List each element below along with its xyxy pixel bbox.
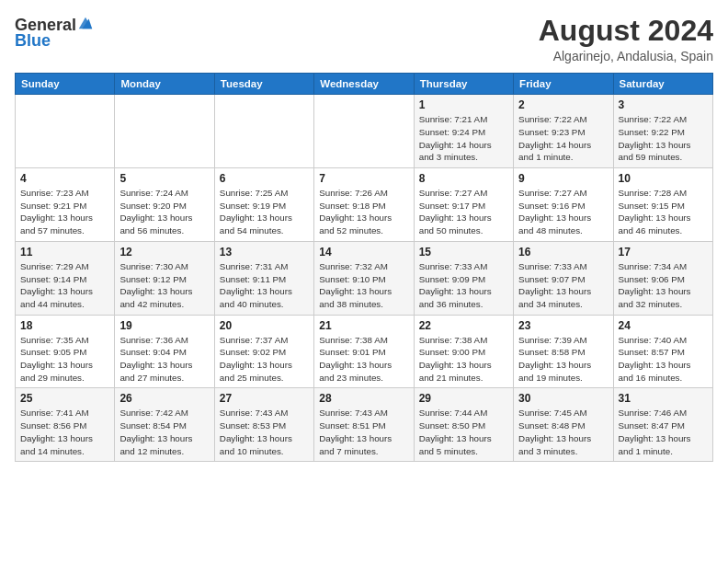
calendar-week-4: 18Sunrise: 7:35 AMSunset: 9:05 PMDayligh… bbox=[16, 315, 713, 388]
day-info: Sunrise: 7:43 AMSunset: 8:53 PMDaylight:… bbox=[220, 407, 309, 457]
page: General Blue August 2024 Algarinejo, And… bbox=[0, 0, 728, 563]
day-info: Sunrise: 7:43 AMSunset: 8:51 PMDaylight:… bbox=[319, 407, 408, 457]
calendar-cell: 3Sunrise: 7:22 AMSunset: 9:22 PMDaylight… bbox=[613, 95, 712, 168]
calendar-cell: 20Sunrise: 7:37 AMSunset: 9:02 PMDayligh… bbox=[214, 315, 313, 388]
day-info: Sunrise: 7:30 AMSunset: 9:12 PMDaylight:… bbox=[119, 260, 209, 311]
calendar-cell: 23Sunrise: 7:39 AMSunset: 8:58 PMDayligh… bbox=[514, 315, 613, 388]
weekday-header-sunday: Sunday bbox=[16, 74, 115, 95]
calendar-cell: 31Sunrise: 7:46 AMSunset: 8:47 PMDayligh… bbox=[613, 388, 712, 462]
day-info: Sunrise: 7:32 AMSunset: 9:10 PMDaylight:… bbox=[319, 260, 408, 311]
day-number: 14 bbox=[319, 246, 408, 259]
calendar-cell: 9Sunrise: 7:27 AMSunset: 9:16 PMDaylight… bbox=[514, 168, 613, 242]
day-number: 25 bbox=[20, 392, 109, 405]
day-number: 12 bbox=[119, 246, 209, 259]
calendar-cell: 4Sunrise: 7:23 AMSunset: 9:21 PMDaylight… bbox=[16, 168, 115, 242]
calendar-cell: 2Sunrise: 7:22 AMSunset: 9:23 PMDaylight… bbox=[514, 95, 613, 168]
calendar-cell: 8Sunrise: 7:27 AMSunset: 9:17 PMDaylight… bbox=[414, 168, 513, 242]
calendar-cell: 26Sunrise: 7:42 AMSunset: 8:54 PMDayligh… bbox=[115, 388, 214, 462]
calendar-cell: 14Sunrise: 7:32 AMSunset: 9:10 PMDayligh… bbox=[314, 241, 414, 315]
calendar-cell: 1Sunrise: 7:21 AMSunset: 9:24 PMDaylight… bbox=[414, 95, 513, 168]
weekday-header-monday: Monday bbox=[115, 74, 214, 95]
logo: General Blue bbox=[15, 15, 94, 51]
calendar-cell: 13Sunrise: 7:31 AMSunset: 9:11 PMDayligh… bbox=[214, 241, 313, 315]
calendar-cell: 28Sunrise: 7:43 AMSunset: 8:51 PMDayligh… bbox=[314, 388, 414, 462]
subtitle: Algarinejo, Andalusia, Spain bbox=[539, 49, 713, 63]
calendar-cell: 24Sunrise: 7:40 AMSunset: 8:57 PMDayligh… bbox=[613, 315, 712, 388]
day-number: 3 bbox=[619, 98, 708, 111]
calendar-table: SundayMondayTuesdayWednesdayThursdayFrid… bbox=[15, 73, 713, 462]
day-info: Sunrise: 7:22 AMSunset: 9:23 PMDaylight:… bbox=[518, 113, 608, 164]
title-block: August 2024 Algarinejo, Andalusia, Spain bbox=[539, 15, 713, 63]
calendar-cell: 27Sunrise: 7:43 AMSunset: 8:53 PMDayligh… bbox=[214, 388, 313, 462]
calendar-cell: 12Sunrise: 7:30 AMSunset: 9:12 PMDayligh… bbox=[115, 241, 214, 315]
calendar-cell: 22Sunrise: 7:38 AMSunset: 9:00 PMDayligh… bbox=[414, 315, 513, 388]
day-info: Sunrise: 7:40 AMSunset: 8:57 PMDaylight:… bbox=[619, 334, 708, 385]
logo-icon bbox=[77, 15, 94, 31]
day-info: Sunrise: 7:23 AMSunset: 9:21 PMDaylight:… bbox=[20, 187, 109, 237]
calendar-cell: 15Sunrise: 7:33 AMSunset: 9:09 PMDayligh… bbox=[414, 241, 513, 315]
calendar-cell: 25Sunrise: 7:41 AMSunset: 8:56 PMDayligh… bbox=[16, 388, 115, 462]
calendar-cell: 29Sunrise: 7:44 AMSunset: 8:50 PMDayligh… bbox=[414, 388, 513, 462]
day-info: Sunrise: 7:41 AMSunset: 8:56 PMDaylight:… bbox=[20, 407, 109, 457]
day-number: 18 bbox=[20, 319, 109, 332]
day-number: 13 bbox=[220, 246, 309, 259]
day-info: Sunrise: 7:31 AMSunset: 9:11 PMDaylight:… bbox=[220, 260, 309, 311]
day-info: Sunrise: 7:27 AMSunset: 9:17 PMDaylight:… bbox=[419, 187, 508, 237]
day-info: Sunrise: 7:24 AMSunset: 9:20 PMDaylight:… bbox=[119, 187, 209, 237]
weekday-header-wednesday: Wednesday bbox=[314, 74, 414, 95]
day-number: 11 bbox=[20, 246, 109, 259]
day-number: 17 bbox=[619, 246, 708, 259]
day-info: Sunrise: 7:38 AMSunset: 9:01 PMDaylight:… bbox=[319, 334, 408, 385]
weekday-header-thursday: Thursday bbox=[414, 74, 513, 95]
day-info: Sunrise: 7:46 AMSunset: 8:47 PMDaylight:… bbox=[619, 407, 708, 457]
day-info: Sunrise: 7:39 AMSunset: 8:58 PMDaylight:… bbox=[518, 334, 608, 385]
day-info: Sunrise: 7:34 AMSunset: 9:06 PMDaylight:… bbox=[619, 260, 708, 311]
weekday-header-saturday: Saturday bbox=[613, 74, 712, 95]
logo-blue-text: Blue bbox=[15, 31, 51, 50]
day-info: Sunrise: 7:26 AMSunset: 9:18 PMDaylight:… bbox=[319, 187, 408, 237]
day-info: Sunrise: 7:37 AMSunset: 9:02 PMDaylight:… bbox=[220, 334, 309, 385]
day-info: Sunrise: 7:33 AMSunset: 9:09 PMDaylight:… bbox=[419, 260, 508, 311]
calendar-week-2: 4Sunrise: 7:23 AMSunset: 9:21 PMDaylight… bbox=[16, 168, 713, 242]
calendar-cell: 10Sunrise: 7:28 AMSunset: 9:15 PMDayligh… bbox=[613, 168, 712, 242]
day-number: 19 bbox=[119, 319, 209, 332]
day-number: 29 bbox=[419, 392, 508, 405]
day-number: 1 bbox=[419, 98, 508, 111]
day-info: Sunrise: 7:33 AMSunset: 9:07 PMDaylight:… bbox=[518, 260, 608, 311]
day-info: Sunrise: 7:45 AMSunset: 8:48 PMDaylight:… bbox=[518, 407, 608, 457]
calendar-cell bbox=[314, 95, 414, 168]
calendar-cell bbox=[115, 95, 214, 168]
calendar-cell: 11Sunrise: 7:29 AMSunset: 9:14 PMDayligh… bbox=[16, 241, 115, 315]
day-number: 22 bbox=[419, 319, 508, 332]
day-info: Sunrise: 7:36 AMSunset: 9:04 PMDaylight:… bbox=[119, 334, 209, 385]
day-number: 16 bbox=[518, 246, 608, 259]
day-number: 30 bbox=[518, 392, 608, 405]
calendar-week-3: 11Sunrise: 7:29 AMSunset: 9:14 PMDayligh… bbox=[16, 241, 713, 315]
header: General Blue August 2024 Algarinejo, And… bbox=[15, 15, 713, 63]
day-number: 9 bbox=[518, 172, 608, 185]
day-number: 26 bbox=[119, 392, 209, 405]
day-info: Sunrise: 7:21 AMSunset: 9:24 PMDaylight:… bbox=[419, 113, 508, 164]
day-number: 7 bbox=[319, 172, 408, 185]
day-info: Sunrise: 7:44 AMSunset: 8:50 PMDaylight:… bbox=[419, 407, 508, 457]
calendar-cell: 30Sunrise: 7:45 AMSunset: 8:48 PMDayligh… bbox=[514, 388, 613, 462]
day-info: Sunrise: 7:25 AMSunset: 9:19 PMDaylight:… bbox=[220, 187, 309, 237]
weekday-header-row: SundayMondayTuesdayWednesdayThursdayFrid… bbox=[16, 74, 713, 95]
calendar-cell: 18Sunrise: 7:35 AMSunset: 9:05 PMDayligh… bbox=[16, 315, 115, 388]
day-number: 23 bbox=[518, 319, 608, 332]
day-number: 5 bbox=[119, 172, 209, 185]
calendar-week-1: 1Sunrise: 7:21 AMSunset: 9:24 PMDaylight… bbox=[16, 95, 713, 168]
day-info: Sunrise: 7:42 AMSunset: 8:54 PMDaylight:… bbox=[119, 407, 209, 457]
day-number: 24 bbox=[619, 319, 708, 332]
day-info: Sunrise: 7:22 AMSunset: 9:22 PMDaylight:… bbox=[619, 113, 708, 164]
calendar-cell bbox=[16, 95, 115, 168]
day-info: Sunrise: 7:35 AMSunset: 9:05 PMDaylight:… bbox=[20, 334, 109, 385]
day-info: Sunrise: 7:38 AMSunset: 9:00 PMDaylight:… bbox=[419, 334, 508, 385]
day-number: 4 bbox=[20, 172, 109, 185]
logo-text: General bbox=[15, 15, 94, 33]
day-number: 8 bbox=[419, 172, 508, 185]
main-title: August 2024 bbox=[539, 15, 713, 47]
weekday-header-friday: Friday bbox=[514, 74, 613, 95]
day-number: 31 bbox=[619, 392, 708, 405]
day-number: 2 bbox=[518, 98, 608, 111]
